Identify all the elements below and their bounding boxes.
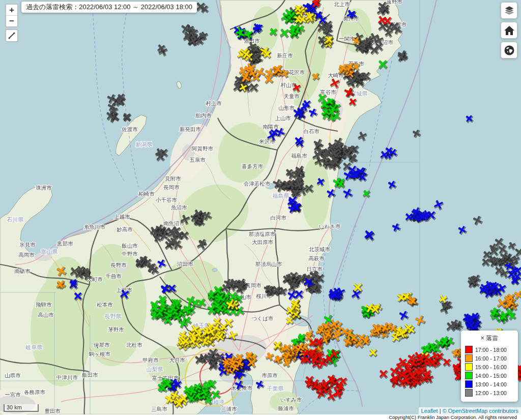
city-label: 駒ヶ根市 xyxy=(89,351,111,357)
city-label: 豊田市 xyxy=(44,408,61,414)
city-label: 伊那市 xyxy=(93,342,110,348)
city-label: 飯山市 xyxy=(122,243,138,249)
legend-swatch xyxy=(465,363,473,371)
legend-label: 17:00 - 18:00 xyxy=(475,347,507,353)
city-label: 白石市 xyxy=(303,128,320,134)
city-label: 松本市 xyxy=(97,302,113,308)
city-label: 見附市 xyxy=(165,175,181,182)
legend-row: 16:00 - 17:00 xyxy=(465,354,514,362)
city-label: つくば市 xyxy=(252,315,274,321)
legend-swatch xyxy=(465,380,473,388)
city-label: 茅野市 xyxy=(108,326,124,333)
city-label: 胎内市 xyxy=(195,112,212,118)
ruler-icon xyxy=(8,32,16,40)
city-label: 那須烏山市 xyxy=(255,261,282,267)
city-label: 沼田市 xyxy=(177,261,193,267)
prefecture-label: 富山県 xyxy=(41,249,58,255)
city-label: 黒部市 xyxy=(56,241,73,247)
prefecture-label: 新潟県 xyxy=(136,141,153,147)
city-label: 小千谷市 xyxy=(156,197,178,203)
city-label: 勝浦市 xyxy=(278,405,294,411)
basemap-svg: ✈ 北上市遠野市奥州市大船渡市一関市気仙沼市にかほ市酒田市新庄市尾花沢市村山市大… xyxy=(0,0,521,414)
zoom-in-button[interactable]: + xyxy=(6,5,17,15)
city-label: 柏崎市 xyxy=(138,191,155,197)
city-label: 市原市 xyxy=(262,372,278,378)
measure-tool-button[interactable] xyxy=(5,29,18,42)
layers-button[interactable] xyxy=(501,2,517,19)
city-label: 北上市 xyxy=(333,1,350,7)
legend-label: 12:00 - 13:00 xyxy=(475,390,507,396)
lightning-search-app: ✈ 北上市遠野市奥州市大船渡市一関市気仙沼市にかほ市酒田市新庄市尾花沢市村山市大… xyxy=(0,0,521,420)
city-label: 千曲市 xyxy=(105,273,122,279)
city-label: 珠洲市 xyxy=(36,185,52,191)
city-label: 一宮市 xyxy=(5,392,21,398)
osm-link[interactable]: © OpenStreetMap contributors xyxy=(443,408,518,414)
city-label: 山県市 xyxy=(5,372,21,378)
city-label: 大月市 xyxy=(169,357,185,363)
leaflet-link[interactable]: Leaflet xyxy=(421,408,438,414)
city-label: 上越市 xyxy=(114,214,130,220)
legend-label: 15:00 - 16:00 xyxy=(475,364,507,370)
legend-label: 14:00 - 15:00 xyxy=(475,373,507,379)
prefecture-label: 石川県 xyxy=(7,217,24,223)
city-label: 三浦市 xyxy=(221,406,237,412)
city-label: 福島市 xyxy=(291,153,307,159)
city-label: 上山市 xyxy=(275,115,291,121)
home-button[interactable] xyxy=(501,22,517,39)
prefecture-label: 長野県 xyxy=(105,313,122,319)
city-label: 中野市 xyxy=(122,251,138,257)
city-label: 富谷市 xyxy=(320,89,336,95)
city-label: 北杜市 xyxy=(126,342,142,348)
city-label: 魚沼市 xyxy=(171,204,187,211)
legend-row: 12:00 - 13:00 xyxy=(465,389,514,397)
attribution-separator: | xyxy=(438,408,443,414)
city-label: 村上市 xyxy=(206,100,222,106)
city-label: 南陽市 xyxy=(263,124,279,130)
city-label: 糸魚川市 xyxy=(84,224,106,230)
legend-row: 15:00 - 16:00 xyxy=(465,363,514,371)
city-label: 各務原市 xyxy=(24,389,46,395)
city-label: 白河市 xyxy=(270,215,286,221)
city-label: 甲府市 xyxy=(142,357,159,363)
legend-label: 13:00 - 14:00 xyxy=(475,381,507,387)
search-period-title: 過去の落雷検索：2022/06/03 12:00 ～ 2022/06/03 18… xyxy=(21,2,197,13)
layers-icon xyxy=(503,5,515,17)
lake-chuzenji xyxy=(212,268,217,272)
city-label: 中津川市 xyxy=(56,374,78,380)
prefecture-label: 福島県 xyxy=(273,193,290,199)
city-label: 妙高市 xyxy=(117,226,133,232)
city-label: 新発田市 xyxy=(180,126,201,132)
city-label: 阿賀野市 xyxy=(192,145,214,152)
home-icon xyxy=(503,24,515,37)
globe-button[interactable] xyxy=(501,42,517,58)
legend-row: 17:00 - 18:00 xyxy=(465,346,514,353)
city-label: 佐渡市 xyxy=(122,126,138,132)
city-label: いすみ市 xyxy=(280,397,302,403)
attribution: Leaflet | © OpenStreetMap contributors xyxy=(419,407,521,414)
prefecture-label: 岐阜県 xyxy=(26,344,43,350)
city-label: 長岡市 xyxy=(163,184,180,190)
scale-control: 30 km xyxy=(4,404,39,412)
legend-row: 14:00 - 15:00 xyxy=(465,372,514,379)
city-label: 氷見市 xyxy=(19,242,36,248)
city-label: 飛騨市 xyxy=(36,302,52,308)
city-label: 高山市 xyxy=(38,312,54,318)
zoom-out-button[interactable]: − xyxy=(6,15,17,26)
city-label: 山形市 xyxy=(278,105,295,111)
city-label: 三島市 xyxy=(151,406,167,412)
legend-swatch xyxy=(465,372,473,379)
zoom-control: + − xyxy=(5,4,18,27)
city-label: 長野市 xyxy=(110,262,127,268)
legend-rows: 17:00 - 18:0016:00 - 17:0015:00 - 16:001… xyxy=(465,346,514,397)
map-canvas[interactable]: ✈ 北上市遠野市奥州市大船渡市一関市気仙沼市にかほ市酒田市新庄市尾花沢市村山市大… xyxy=(0,0,521,414)
legend-swatch xyxy=(465,354,473,362)
legend-row: 13:00 - 14:00 xyxy=(465,380,514,388)
city-label: 大田原市 xyxy=(252,239,274,245)
city-label: 遠野市 xyxy=(386,0,402,5)
city-label: 天童市 xyxy=(283,93,300,99)
city-label: 喜多方市 xyxy=(242,163,264,169)
prefecture-label: 山梨県 xyxy=(147,366,163,372)
city-label: 会津若松市 xyxy=(244,181,271,187)
city-label: 南砺市 xyxy=(14,268,31,274)
city-label: 日立市 xyxy=(306,266,323,272)
